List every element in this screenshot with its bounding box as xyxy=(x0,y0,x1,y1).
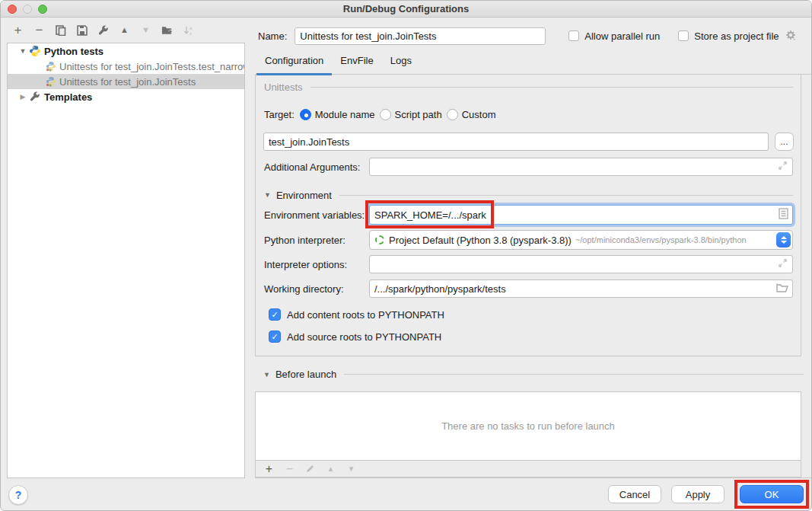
move-down-icon: ▼ xyxy=(345,463,357,474)
target-custom-radio[interactable] xyxy=(447,109,458,120)
store-project-label: Store as project file xyxy=(694,30,779,42)
select-spinner-icon[interactable] xyxy=(776,232,791,248)
remove-icon: − xyxy=(284,463,295,474)
target-row: Target: Module name Script path Custom xyxy=(264,108,793,120)
tab-bar: Configuration EnvFile Logs xyxy=(255,46,811,75)
target-module-name-label: Module name xyxy=(315,109,375,120)
unittests-group-header: Unittests xyxy=(264,81,793,93)
target-module-name-radio[interactable] xyxy=(300,109,311,120)
name-row: Name: Allow parallel run Store as projec… xyxy=(255,18,811,46)
conda-env-icon xyxy=(375,235,384,244)
environment-variables-input[interactable] xyxy=(369,205,793,225)
new-folder-icon[interactable] xyxy=(161,24,173,36)
svg-text:a: a xyxy=(189,26,193,30)
browse-ellipsis-button[interactable]: ... xyxy=(775,133,794,151)
run-debug-configurations-dialog: Run/Debug Configurations + − ▲ ▼ az xyxy=(0,0,812,511)
additional-arguments-input[interactable] xyxy=(369,158,793,176)
svg-text:z: z xyxy=(189,31,192,36)
interpreter-options-input[interactable] xyxy=(369,255,793,273)
additional-arguments-row: Additional Arguments: xyxy=(264,158,793,176)
module-name-input[interactable] xyxy=(263,133,769,151)
apply-button[interactable]: Apply xyxy=(671,485,724,503)
zoom-button[interactable] xyxy=(38,5,47,14)
name-input[interactable] xyxy=(295,27,546,45)
cancel-button[interactable]: Cancel xyxy=(608,485,661,503)
traffic-lights xyxy=(8,5,47,14)
close-button[interactable] xyxy=(8,5,17,14)
group-divider xyxy=(310,87,793,88)
target-script-path-radio[interactable] xyxy=(380,109,391,120)
templates-wrench-icon xyxy=(29,91,41,103)
allow-parallel-checkbox[interactable] xyxy=(568,30,579,41)
before-launch-toolbar: + − ▲ ▼ xyxy=(256,460,801,477)
window-title: Run/Debug Configurations xyxy=(343,3,469,14)
tree-item-unittest-narrow[interactable]: Unittests for test_join.JoinTests.test_n… xyxy=(8,59,244,74)
configurations-tree: ▼ Python tests Unittests for test_join.J… xyxy=(7,43,245,478)
tree-item-python-tests[interactable]: ▼ Python tests xyxy=(8,43,244,59)
folder-icon[interactable] xyxy=(776,283,788,295)
tree-item-label: Templates xyxy=(44,91,92,103)
interpreter-options-row: Interpreter options: xyxy=(264,255,793,273)
tab-configuration[interactable]: Configuration xyxy=(256,55,332,74)
name-label: Name: xyxy=(258,30,287,42)
python-interpreter-row: Python interpreter: Project Default (Pyt… xyxy=(264,230,793,250)
help-button[interactable]: ? xyxy=(8,485,28,505)
expand-field-icon[interactable] xyxy=(778,161,788,173)
allow-parallel-label: Allow parallel run xyxy=(584,30,660,42)
move-up-icon[interactable]: ▲ xyxy=(119,24,130,36)
expand-arrow-icon[interactable]: ▶ xyxy=(21,93,26,101)
collapse-arrow-icon[interactable]: ▼ xyxy=(264,191,271,199)
target-script-path-label: Script path xyxy=(395,109,442,120)
move-down-icon: ▼ xyxy=(140,24,151,36)
interpreter-value: Project Default (Python 3.8 (pyspark-3.8… xyxy=(389,235,572,246)
before-launch-header[interactable]: ▼ Before launch xyxy=(263,369,804,380)
interpreter-options-label: Interpreter options: xyxy=(264,259,369,270)
move-up-icon: ▲ xyxy=(325,463,336,474)
python-icon xyxy=(29,45,41,57)
highlight-ok-button: OK xyxy=(734,480,809,509)
section-divider xyxy=(339,195,793,196)
collapse-arrow-icon[interactable]: ▼ xyxy=(263,371,270,378)
section-divider xyxy=(344,374,804,375)
env-list-icon[interactable] xyxy=(779,208,788,222)
add-icon[interactable]: + xyxy=(263,463,275,474)
working-directory-input[interactable] xyxy=(369,279,793,298)
before-launch-panel: There are no tasks to run before launch … xyxy=(255,391,801,477)
interpreter-path: ~/opt/miniconda3/envs/pyspark-3.8/bin/py… xyxy=(575,235,747,244)
store-project-checkbox[interactable] xyxy=(678,30,689,41)
python-interpreter-select[interactable]: Project Default (Python 3.8 (pyspark-3.8… xyxy=(369,230,793,250)
copy-icon[interactable] xyxy=(55,24,66,36)
sidebar-toolbar: + − ▲ ▼ az xyxy=(1,18,255,43)
dialog-footer: ? Cancel Apply OK xyxy=(1,478,811,510)
remove-icon[interactable]: − xyxy=(33,24,45,36)
target-label: Target: xyxy=(264,109,295,120)
gear-icon[interactable] xyxy=(785,30,799,42)
title-bar[interactable]: Run/Debug Configurations xyxy=(1,1,811,18)
wrench-icon[interactable] xyxy=(97,24,109,36)
content-roots-checkbox[interactable]: ✓ xyxy=(269,308,281,321)
content-roots-row: ✓ Add content roots to PYTHONPATH xyxy=(269,308,793,321)
tree-item-unittest-jointests-selected[interactable]: Unittests for test_join.JoinTests xyxy=(8,74,244,89)
tree-item-label: Unittests for test_join.JoinTests.test_n… xyxy=(59,61,245,72)
tab-envfile[interactable]: EnvFile xyxy=(332,55,381,74)
configuration-editor: Name: Allow parallel run Store as projec… xyxy=(255,18,811,478)
source-roots-checkbox[interactable]: ✓ xyxy=(269,331,281,343)
sort-icon: az xyxy=(183,24,194,36)
environment-header-label: Environment xyxy=(276,190,332,201)
save-icon[interactable] xyxy=(76,24,88,36)
tab-logs[interactable]: Logs xyxy=(382,55,420,74)
minimize-button xyxy=(23,5,32,14)
additional-arguments-label: Additional Arguments: xyxy=(264,161,369,173)
collapse-arrow-icon[interactable]: ▼ xyxy=(20,47,27,55)
add-icon[interactable]: + xyxy=(12,24,24,36)
tree-item-templates[interactable]: ▶ Templates xyxy=(8,89,244,104)
module-name-row: ... xyxy=(263,133,794,151)
working-directory-label: Working directory: xyxy=(264,283,369,295)
configuration-tab-panel: Unittests Target: Module name Script pat… xyxy=(255,75,801,356)
working-directory-row: Working directory: xyxy=(264,279,793,298)
ok-button[interactable]: OK xyxy=(740,485,804,503)
expand-field-icon[interactable] xyxy=(778,258,788,270)
environment-section-header[interactable]: ▼ Environment xyxy=(264,190,793,200)
python-test-icon xyxy=(46,61,56,72)
configurations-sidebar: + − ▲ ▼ az ▼ xyxy=(1,18,255,478)
